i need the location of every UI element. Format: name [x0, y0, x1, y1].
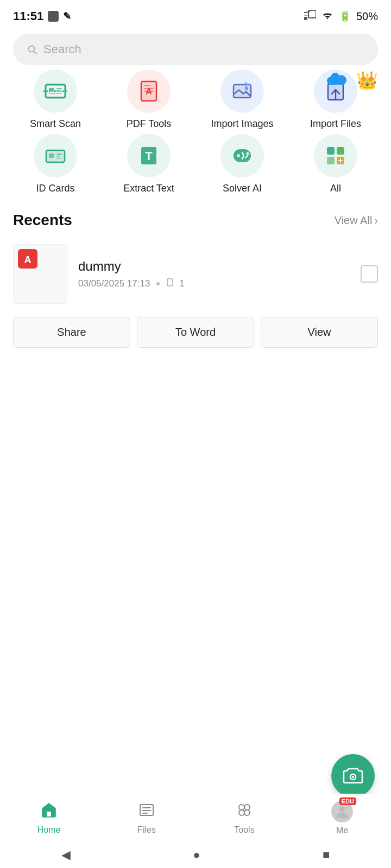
recent-select-checkbox[interactable]	[361, 265, 378, 283]
svg-rect-30	[327, 157, 335, 164]
recents-button[interactable]: ■	[323, 848, 330, 862]
extract-text-icon-wrapper: T	[127, 134, 171, 177]
home-button[interactable]: ●	[193, 848, 200, 862]
svg-rect-38	[47, 812, 51, 816]
grid-item-import-images[interactable]: Import Images	[204, 69, 280, 130]
svg-rect-25	[234, 149, 251, 162]
svg-rect-19	[49, 154, 54, 158]
recents-section: Recents View All › A dummy 03/05/2025 17…	[0, 199, 391, 348]
status-right: 🔋 50%	[304, 10, 378, 23]
pdf-thumb-icon: A	[18, 249, 37, 273]
avatar-icon: EDU	[331, 801, 353, 822]
recent-pages: 1	[179, 278, 184, 289]
nav-tools[interactable]: Tools	[206, 802, 282, 835]
nav-home-label: Home	[37, 825, 61, 835]
svg-rect-35	[167, 279, 173, 286]
grid-item-solver-ai[interactable]: Solver AI	[204, 134, 280, 194]
svg-rect-0	[304, 17, 307, 20]
camera-fab-button[interactable]	[331, 754, 375, 797]
files-icon	[138, 802, 155, 822]
svg-point-46	[244, 810, 250, 815]
edu-badge: EDU	[339, 797, 356, 805]
bottom-nav: Home Files Tools	[0, 794, 391, 842]
smart-scan-icon-wrapper	[34, 69, 77, 113]
nav-me[interactable]: EDU Me	[304, 801, 380, 835]
svg-rect-20	[56, 154, 62, 155]
share-button[interactable]: Share	[13, 317, 130, 348]
system-nav-bar: ◀ ● ■	[0, 842, 391, 868]
view-button[interactable]: View	[261, 317, 378, 348]
solver-ai-label: Solver AI	[223, 183, 262, 194]
status-left: 11:51 ✎	[13, 9, 71, 23]
time: 11:51	[13, 9, 43, 23]
meta-divider	[156, 282, 160, 285]
grid-item-all[interactable]: All	[298, 134, 374, 194]
import-images-icon-wrapper	[220, 69, 264, 113]
grid-item-smart-scan[interactable]: Smart Scan	[17, 69, 93, 130]
pdf-tools-icon-wrapper: A	[127, 69, 171, 113]
id-cards-icon-wrapper	[34, 134, 77, 177]
recents-title: Recents	[13, 212, 72, 229]
svg-rect-12	[234, 85, 251, 98]
recent-item: A dummy 03/05/2025 17:13 1	[13, 240, 378, 308]
recents-header: Recents View All ›	[13, 212, 378, 229]
svg-text:T: T	[145, 149, 153, 163]
svg-rect-7	[49, 93, 62, 94]
grid-item-pdf-tools[interactable]: A PDF Tools	[111, 69, 187, 130]
recent-info: dummy 03/05/2025 17:13 1	[78, 259, 350, 290]
nav-files[interactable]: Files	[109, 802, 185, 835]
svg-point-47	[339, 807, 345, 812]
svg-point-26	[237, 154, 240, 157]
recent-name: dummy	[78, 259, 350, 274]
search-bar[interactable]: Search	[13, 34, 378, 65]
import-files-label: Import Files	[310, 118, 361, 130]
svg-rect-42	[142, 813, 148, 814]
svg-rect-22	[56, 158, 61, 159]
extract-text-label: Extract Text	[123, 183, 174, 194]
battery-icon: 🔋	[339, 10, 351, 22]
svg-rect-5	[56, 88, 62, 89]
cloud-icon[interactable]	[327, 69, 348, 91]
grid-item-id-cards[interactable]: ID Cards	[17, 134, 93, 194]
status-dot	[48, 11, 59, 22]
to-word-button[interactable]: To Word	[137, 317, 254, 348]
nav-home[interactable]: Home	[11, 802, 87, 835]
svg-point-27	[247, 152, 249, 155]
header-icons: 👑	[327, 69, 378, 91]
nav-me-label: Me	[336, 826, 348, 835]
battery-level: 50%	[356, 10, 378, 23]
recent-meta: 03/05/2025 17:13 1	[78, 278, 350, 290]
grid-item-extract-text[interactable]: T Extract Text	[111, 134, 187, 194]
grid-row-2: ID Cards T Extract Text	[9, 134, 382, 194]
crown-icon[interactable]: 👑	[356, 70, 378, 91]
back-button[interactable]: ◀	[61, 848, 71, 862]
svg-rect-28	[327, 147, 335, 155]
nav-tools-label: Tools	[234, 825, 254, 835]
view-all-button[interactable]: View All ›	[335, 214, 378, 227]
all-icon-wrapper	[314, 134, 357, 177]
svg-point-45	[239, 810, 244, 815]
recent-date: 03/05/2025 17:13	[78, 278, 150, 289]
svg-text:A: A	[24, 254, 31, 265]
svg-rect-41	[142, 810, 151, 811]
pdf-tools-label: PDF Tools	[127, 118, 172, 130]
svg-point-43	[239, 805, 244, 810]
svg-point-37	[352, 776, 354, 778]
search-placeholder: Search	[43, 42, 81, 56]
cast-icon	[304, 10, 316, 23]
nav-files-label: Files	[137, 825, 156, 835]
home-icon	[41, 802, 57, 822]
smart-scan-label: Smart Scan	[30, 118, 81, 130]
notification-icon: ✎	[63, 10, 71, 22]
all-label: All	[330, 183, 341, 194]
svg-point-44	[244, 805, 250, 810]
status-bar: 11:51 ✎ 🔋 50%	[0, 0, 391, 30]
action-buttons: Share To Word View	[13, 317, 378, 348]
grid-row-1: Smart Scan A PDF Tools	[9, 69, 382, 130]
id-cards-label: ID Cards	[36, 183, 74, 194]
svg-rect-21	[56, 156, 60, 157]
import-images-label: Import Images	[211, 118, 273, 130]
svg-rect-40	[142, 807, 151, 808]
recent-thumbnail[interactable]: A	[13, 244, 67, 304]
solver-ai-icon-wrapper	[220, 134, 264, 177]
